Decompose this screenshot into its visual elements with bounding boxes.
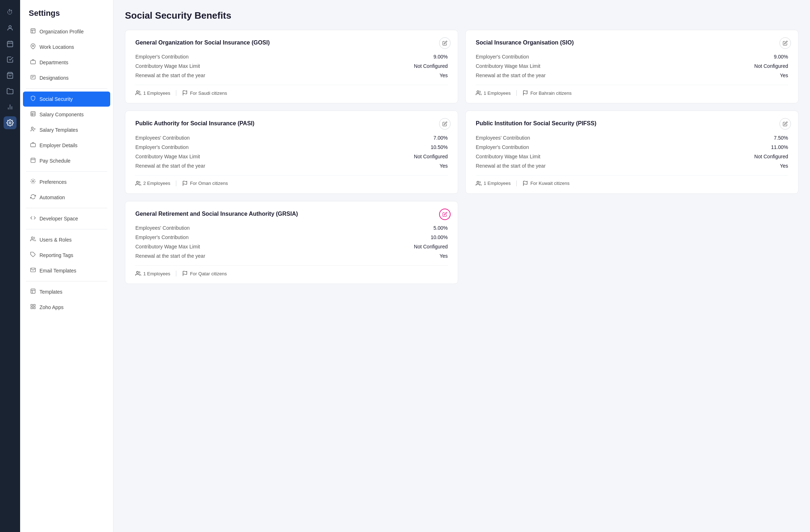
card-row: Employees' Contribution5.00% <box>135 225 448 231</box>
card-row: Employer's Contribution9.00% <box>135 54 448 60</box>
row-value: Not Configured <box>414 63 448 69</box>
card-row: Contributory Wage Max LimitNot Configure… <box>476 154 788 159</box>
sidebar-item-developer-space[interactable]: Developer Space <box>23 211 110 226</box>
sidebar-icon <box>30 59 36 66</box>
sidebar-item-designations[interactable]: Designations <box>23 70 110 85</box>
sidebar-icon <box>30 157 36 164</box>
sidebar-item-label: Automation <box>39 195 65 200</box>
sidebar-title: Settings <box>20 0 113 24</box>
card-row: Renewal at the start of the yearYes <box>135 163 448 169</box>
employee-count-text: 2 Employees <box>143 181 170 186</box>
row-label: Renewal at the start of the year <box>476 73 546 78</box>
sidebar-item-salary-components[interactable]: Salary Components <box>23 107 110 122</box>
clock-icon[interactable]: ⏱ <box>4 6 17 19</box>
sidebar-item-salary-templates[interactable]: Salary Templates <box>23 122 110 137</box>
card-title: General Retirement and Social Insurance … <box>135 210 448 218</box>
chart-icon[interactable] <box>4 101 17 113</box>
citizen-info: For Kuwait citizens <box>522 181 569 186</box>
employee-count: 1 Employees <box>135 271 170 276</box>
sidebar-item-templates[interactable]: Templates <box>23 284 110 299</box>
sidebar-item-reporting-tags[interactable]: Reporting Tags <box>23 248 110 263</box>
employee-count: 1 Employees <box>476 181 511 186</box>
sidebar-icon <box>30 194 36 201</box>
row-label: Contributory Wage Max Limit <box>135 154 200 159</box>
sidebar-icon <box>30 304 36 311</box>
flag-icon <box>522 90 528 96</box>
card-title: Social Insurance Organisation (SIO) <box>476 39 788 47</box>
flag-icon <box>522 181 528 186</box>
citizen-text: For Kuwait citizens <box>530 181 569 186</box>
row-label: Employer's Contribution <box>135 144 188 150</box>
sidebar-item-label: Salary Templates <box>39 127 78 133</box>
card-footer: 1 Employees For Kuwait citizens <box>476 175 788 186</box>
sidebar-icon <box>30 111 36 118</box>
edit-button[interactable] <box>439 209 451 220</box>
row-label: Employees' Contribution <box>476 135 530 141</box>
sidebar-item-users-&-roles[interactable]: Users & Roles <box>23 232 110 247</box>
citizen-info: For Bahrain citizens <box>522 90 572 96</box>
citizen-text: For Qatar citizens <box>190 271 227 276</box>
sidebar-divider <box>26 281 107 281</box>
sidebar-item-departments[interactable]: Departments <box>23 55 110 70</box>
person-icon[interactable] <box>4 22 17 34</box>
row-label: Employees' Contribution <box>135 135 190 141</box>
sidebar-item-label: Designations <box>39 75 69 81</box>
card-row: Employer's Contribution10.00% <box>135 234 448 240</box>
employee-count-text: 1 Employees <box>143 90 170 96</box>
edit-button[interactable] <box>779 118 791 130</box>
cards-grid: General Organization for Social Insuranc… <box>125 30 799 284</box>
row-value: 10.00% <box>431 234 448 240</box>
folder-icon[interactable] <box>4 85 17 98</box>
svg-point-29 <box>31 237 33 239</box>
card-row: Contributory Wage Max LimitNot Configure… <box>135 244 448 249</box>
row-label: Employer's Contribution <box>476 54 529 60</box>
flag-icon <box>182 181 188 186</box>
edit-button[interactable] <box>439 37 451 49</box>
employees-icon <box>476 90 481 96</box>
sidebar-item-preferences[interactable]: Preferences <box>23 174 110 190</box>
svg-point-28 <box>32 181 34 182</box>
row-value: 7.00% <box>433 135 448 141</box>
check-icon[interactable] <box>4 53 17 66</box>
sidebar-item-label: Email Templates <box>39 268 76 274</box>
svg-rect-36 <box>31 307 33 309</box>
sidebar-item-label: Social Security <box>39 96 73 102</box>
sidebar-item-organization-profile[interactable]: Organization Profile <box>23 24 110 39</box>
sidebar-item-label: Work Locations <box>39 44 74 50</box>
card-row: Renewal at the start of the yearYes <box>135 73 448 78</box>
sidebar-icon <box>30 43 36 51</box>
citizen-text: For Oman citizens <box>190 181 228 186</box>
sidebar-item-email-templates[interactable]: Email Templates <box>23 263 110 278</box>
footer-divider <box>516 90 517 96</box>
row-value: 10.50% <box>431 144 448 150</box>
svg-rect-24 <box>31 158 35 163</box>
sidebar-nav: Organization ProfileWork LocationsDepart… <box>20 24 113 315</box>
sidebar-item-label: Templates <box>39 289 62 295</box>
bag-icon[interactable] <box>4 69 17 82</box>
svg-point-11 <box>32 45 34 47</box>
row-value: Yes <box>439 253 448 259</box>
sidebar-item-work-locations[interactable]: Work Locations <box>23 39 110 55</box>
sidebar-item-zoho-apps[interactable]: Zoho Apps <box>23 300 110 315</box>
svg-rect-16 <box>31 112 35 116</box>
card-row: Employees' Contribution7.00% <box>135 135 448 141</box>
sidebar-item-automation[interactable]: Automation <box>23 190 110 205</box>
sidebar-icon <box>30 178 36 186</box>
card-row: Contributory Wage Max LimitNot Configure… <box>135 63 448 69</box>
sidebar-item-pay-schedule[interactable]: Pay Schedule <box>23 153 110 168</box>
citizen-info: For Oman citizens <box>182 181 228 186</box>
sidebar-item-social-security[interactable]: Social Security <box>23 92 110 107</box>
edit-button[interactable] <box>439 118 451 130</box>
row-label: Contributory Wage Max Limit <box>476 154 540 159</box>
edit-button[interactable] <box>779 37 791 49</box>
svg-point-40 <box>477 91 479 93</box>
sidebar-icon <box>30 252 36 259</box>
row-label: Renewal at the start of the year <box>135 73 205 78</box>
employee-count: 1 Employees <box>476 90 511 96</box>
calendar-icon[interactable] <box>4 37 17 50</box>
card-row: Employer's Contribution10.50% <box>135 144 448 150</box>
settings-icon[interactable] <box>4 116 17 129</box>
sidebar-item-employer-details[interactable]: Employer Details <box>23 138 110 153</box>
card-footer: 1 Employees For Saudi citizens <box>135 85 448 96</box>
svg-rect-10 <box>31 29 35 33</box>
